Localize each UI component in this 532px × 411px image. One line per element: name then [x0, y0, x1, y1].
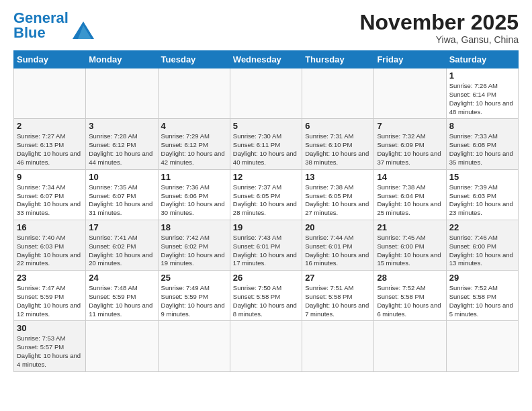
day-number: 6 — [305, 121, 371, 131]
day-info: Sunrise: 7:42 AM Sunset: 6:02 PM Dayligh… — [161, 234, 227, 268]
col-wednesday: Wednesday — [230, 51, 302, 68]
calendar-header-row: Sunday Monday Tuesday Wednesday Thursday… — [14, 51, 519, 68]
calendar-cell: 6Sunrise: 7:31 AM Sunset: 6:10 PM Daylig… — [302, 119, 374, 169]
title-block: November 2025 Yiwa, Gansu, China — [359, 11, 519, 45]
col-monday: Monday — [86, 51, 158, 68]
calendar-cell — [374, 321, 446, 371]
header: General Blue November 2025 Yiwa, Gansu, … — [13, 11, 519, 45]
day-info: Sunrise: 7:39 AM Sunset: 6:03 PM Dayligh… — [449, 183, 515, 218]
day-number: 24 — [89, 273, 154, 283]
location: Yiwa, Gansu, China — [359, 34, 519, 45]
day-number: 27 — [305, 273, 371, 283]
day-info: Sunrise: 7:53 AM Sunset: 5:57 PM Dayligh… — [17, 334, 83, 369]
calendar-cell — [158, 321, 230, 371]
calendar-cell: 30Sunrise: 7:53 AM Sunset: 5:57 PM Dayli… — [14, 321, 86, 371]
day-info: Sunrise: 7:35 AM Sunset: 6:07 PM Dayligh… — [89, 183, 154, 218]
calendar-cell: 13Sunrise: 7:38 AM Sunset: 6:05 PM Dayli… — [302, 169, 374, 220]
calendar-week-5: 23Sunrise: 7:47 AM Sunset: 5:59 PM Dayli… — [14, 271, 519, 321]
day-number: 21 — [377, 222, 443, 232]
day-number: 22 — [449, 222, 515, 232]
calendar-cell — [230, 68, 302, 119]
calendar-cell: 15Sunrise: 7:39 AM Sunset: 6:03 PM Dayli… — [446, 169, 518, 220]
calendar-week-6: 30Sunrise: 7:53 AM Sunset: 5:57 PM Dayli… — [14, 321, 519, 371]
day-number: 19 — [233, 222, 299, 232]
logo: General Blue — [13, 11, 95, 40]
day-number: 1 — [449, 71, 515, 81]
day-number: 15 — [449, 172, 515, 182]
calendar-cell: 16Sunrise: 7:40 AM Sunset: 6:03 PM Dayli… — [14, 220, 86, 270]
calendar-cell: 4Sunrise: 7:29 AM Sunset: 6:12 PM Daylig… — [158, 119, 230, 169]
day-info: Sunrise: 7:30 AM Sunset: 6:11 PM Dayligh… — [233, 132, 299, 167]
day-number: 29 — [449, 273, 515, 283]
calendar-cell — [302, 68, 374, 119]
day-number: 23 — [17, 273, 83, 283]
calendar-cell — [86, 68, 158, 119]
calendar-cell: 21Sunrise: 7:45 AM Sunset: 6:00 PM Dayli… — [374, 220, 446, 270]
day-info: Sunrise: 7:51 AM Sunset: 5:58 PM Dayligh… — [305, 284, 371, 318]
day-info: Sunrise: 7:38 AM Sunset: 6:05 PM Dayligh… — [305, 183, 371, 218]
calendar-cell: 2Sunrise: 7:27 AM Sunset: 6:13 PM Daylig… — [14, 119, 86, 169]
day-info: Sunrise: 7:34 AM Sunset: 6:07 PM Dayligh… — [17, 183, 83, 218]
calendar-week-1: 1Sunrise: 7:26 AM Sunset: 6:14 PM Daylig… — [14, 68, 519, 119]
day-info: Sunrise: 7:27 AM Sunset: 6:13 PM Dayligh… — [17, 132, 83, 167]
day-info: Sunrise: 7:29 AM Sunset: 6:12 PM Dayligh… — [161, 132, 227, 167]
calendar-week-3: 9Sunrise: 7:34 AM Sunset: 6:07 PM Daylig… — [14, 169, 519, 220]
calendar-cell: 10Sunrise: 7:35 AM Sunset: 6:07 PM Dayli… — [86, 169, 158, 220]
day-number: 2 — [17, 121, 83, 131]
col-thursday: Thursday — [302, 51, 374, 68]
day-number: 11 — [161, 172, 227, 182]
day-info: Sunrise: 7:37 AM Sunset: 6:05 PM Dayligh… — [233, 183, 299, 218]
page: General Blue November 2025 Yiwa, Gansu, … — [0, 0, 532, 411]
day-number: 5 — [233, 121, 299, 131]
day-info: Sunrise: 7:46 AM Sunset: 6:00 PM Dayligh… — [449, 234, 515, 268]
calendar-cell: 12Sunrise: 7:37 AM Sunset: 6:05 PM Dayli… — [230, 169, 302, 220]
day-number: 13 — [305, 172, 371, 182]
calendar-cell: 27Sunrise: 7:51 AM Sunset: 5:58 PM Dayli… — [302, 271, 374, 321]
calendar-cell: 7Sunrise: 7:32 AM Sunset: 6:09 PM Daylig… — [374, 119, 446, 169]
day-info: Sunrise: 7:38 AM Sunset: 6:04 PM Dayligh… — [377, 183, 443, 218]
day-number: 3 — [89, 121, 154, 131]
logo-text: General — [13, 11, 69, 26]
calendar-cell: 29Sunrise: 7:52 AM Sunset: 5:58 PM Dayli… — [446, 271, 518, 321]
day-info: Sunrise: 7:31 AM Sunset: 6:10 PM Dayligh… — [305, 132, 371, 167]
day-number: 28 — [377, 273, 443, 283]
calendar-cell — [302, 321, 374, 371]
calendar-cell: 14Sunrise: 7:38 AM Sunset: 6:04 PM Dayli… — [374, 169, 446, 220]
day-info: Sunrise: 7:32 AM Sunset: 6:09 PM Dayligh… — [377, 132, 443, 167]
calendar-cell: 23Sunrise: 7:47 AM Sunset: 5:59 PM Dayli… — [14, 271, 86, 321]
day-number: 16 — [17, 222, 83, 232]
calendar-cell: 20Sunrise: 7:44 AM Sunset: 6:01 PM Dayli… — [302, 220, 374, 270]
calendar-cell — [230, 321, 302, 371]
calendar-cell — [86, 321, 158, 371]
logo-icon — [71, 20, 95, 40]
calendar-cell: 8Sunrise: 7:33 AM Sunset: 6:08 PM Daylig… — [446, 119, 518, 169]
day-info: Sunrise: 7:49 AM Sunset: 5:59 PM Dayligh… — [161, 284, 227, 318]
day-number: 25 — [161, 273, 227, 283]
day-info: Sunrise: 7:33 AM Sunset: 6:08 PM Dayligh… — [449, 132, 515, 167]
calendar-cell: 3Sunrise: 7:28 AM Sunset: 6:12 PM Daylig… — [86, 119, 158, 169]
calendar-cell: 25Sunrise: 7:49 AM Sunset: 5:59 PM Dayli… — [158, 271, 230, 321]
day-info: Sunrise: 7:44 AM Sunset: 6:01 PM Dayligh… — [305, 234, 371, 268]
day-info: Sunrise: 7:36 AM Sunset: 6:06 PM Dayligh… — [161, 183, 227, 218]
calendar: Sunday Monday Tuesday Wednesday Thursday… — [13, 50, 519, 372]
calendar-cell: 9Sunrise: 7:34 AM Sunset: 6:07 PM Daylig… — [14, 169, 86, 220]
day-info: Sunrise: 7:48 AM Sunset: 5:59 PM Dayligh… — [89, 284, 154, 318]
calendar-week-2: 2Sunrise: 7:27 AM Sunset: 6:13 PM Daylig… — [14, 119, 519, 169]
calendar-cell: 22Sunrise: 7:46 AM Sunset: 6:00 PM Dayli… — [446, 220, 518, 270]
day-info: Sunrise: 7:50 AM Sunset: 5:58 PM Dayligh… — [233, 284, 299, 318]
day-info: Sunrise: 7:47 AM Sunset: 5:59 PM Dayligh… — [17, 284, 83, 318]
day-info: Sunrise: 7:28 AM Sunset: 6:12 PM Dayligh… — [89, 132, 154, 167]
calendar-cell: 5Sunrise: 7:30 AM Sunset: 6:11 PM Daylig… — [230, 119, 302, 169]
calendar-cell: 24Sunrise: 7:48 AM Sunset: 5:59 PM Dayli… — [86, 271, 158, 321]
calendar-cell — [14, 68, 86, 119]
day-number: 30 — [17, 323, 83, 333]
logo-blue-text: Blue — [13, 26, 69, 40]
col-saturday: Saturday — [446, 51, 518, 68]
calendar-cell — [446, 321, 518, 371]
day-number: 14 — [377, 172, 443, 182]
col-sunday: Sunday — [14, 51, 86, 68]
calendar-cell: 19Sunrise: 7:43 AM Sunset: 6:01 PM Dayli… — [230, 220, 302, 270]
day-number: 12 — [233, 172, 299, 182]
calendar-cell: 26Sunrise: 7:50 AM Sunset: 5:58 PM Dayli… — [230, 271, 302, 321]
calendar-cell: 1Sunrise: 7:26 AM Sunset: 6:14 PM Daylig… — [446, 68, 518, 119]
